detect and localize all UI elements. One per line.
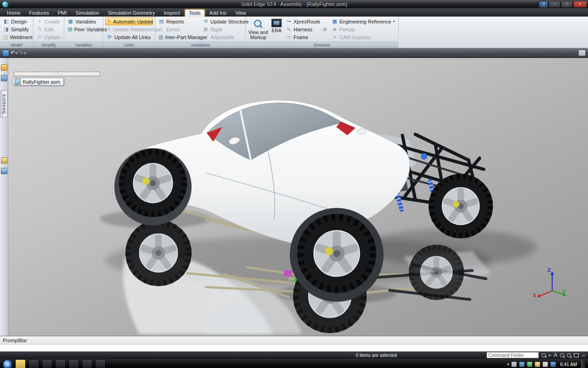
taskbar-app-icon[interactable] <box>68 359 79 368</box>
update-tray-icon[interactable] <box>535 362 540 367</box>
view-and-markup-button[interactable]: View and Markup <box>248 17 269 41</box>
tab-features[interactable]: Features <box>25 9 53 17</box>
show-hidden-icons-icon[interactable]: ▾ <box>507 362 509 367</box>
tab-simulation[interactable]: Simulation <box>71 9 103 17</box>
redo-button[interactable]: ↷ <box>19 50 23 56</box>
peer-variables-button[interactable]: ▤ Peer Variables <box>66 25 101 33</box>
variables-icon: ▦ <box>68 18 74 24</box>
selection-tools-icon[interactable] <box>1 168 7 174</box>
taskbar-app-icon[interactable] <box>55 359 66 368</box>
reports-label: Reports <box>166 19 184 24</box>
taskbar-app-icon[interactable] <box>95 359 106 368</box>
taskbar-app-icon[interactable] <box>28 359 39 368</box>
undo-button[interactable]: ↶ <box>11 50 15 56</box>
redo-caret-icon[interactable]: ▾ <box>24 51 26 55</box>
zoom-icon[interactable] <box>567 353 571 357</box>
tab-inspect[interactable]: Inspect <box>159 9 184 17</box>
network-icon[interactable] <box>519 362 525 367</box>
xpresroute-button[interactable]: ↪ XpresRoute <box>284 17 322 25</box>
update-structure-button[interactable]: ⟲ Update Structure <box>201 17 250 25</box>
command-finder-input[interactable] <box>486 352 539 358</box>
tab-pmi[interactable]: PMI <box>54 9 71 17</box>
system-menu-icon[interactable] <box>2 50 9 57</box>
design-label: Design <box>11 19 27 24</box>
rigid-button[interactable]: ▣ Rigid <box>201 25 250 33</box>
engineering-reference-icon: ▦ <box>332 18 338 24</box>
tab-view[interactable]: View <box>231 9 250 17</box>
weldment-button[interactable]: ◫ Weldment <box>2 33 31 41</box>
minimize-button[interactable]: – <box>548 1 560 8</box>
update-all-links-button[interactable]: ⟳ Update All Links <box>105 33 153 41</box>
frame-button[interactable]: ▱ Frame <box>284 33 322 41</box>
tab-tools[interactable]: Tools <box>185 9 205 17</box>
errors-button[interactable]: ⚠ Errors <box>157 25 201 33</box>
adjustable-button[interactable]: ↔ Adjustable <box>201 33 250 41</box>
3d-viewport[interactable]: ·········· RallyFighter.asm Z X Y <box>8 58 588 336</box>
close-button[interactable]: × <box>573 1 587 8</box>
inter-part-manager-icon: ▥ <box>158 34 163 40</box>
update-relationships-button[interactable]: ⟲ Update Relationships <box>105 25 153 33</box>
pathfinder-icon[interactable] <box>1 64 7 71</box>
undo-caret-icon[interactable]: ▾ <box>16 51 17 55</box>
tab-add-ins[interactable]: Add Ins <box>205 9 231 17</box>
create-button[interactable]: + Create <box>35 17 62 25</box>
refresh-environs-button[interactable]: ⟳ <box>322 26 330 34</box>
clock[interactable]: 6:41 AM <box>560 362 577 367</box>
parts-library-icon[interactable] <box>1 75 7 81</box>
text-scale-down-icon[interactable]: A <box>548 353 551 357</box>
reports-button[interactable]: ▤ Reports <box>157 17 201 25</box>
tray-icon[interactable] <box>511 362 517 367</box>
xpresroute-label: XpresRoute <box>294 19 320 24</box>
volume-icon[interactable] <box>543 362 548 367</box>
taskbar-app-icon[interactable] <box>82 359 92 368</box>
explorer-taskbar-icon[interactable] <box>15 359 26 368</box>
taskbar-app-icon[interactable] <box>42 359 52 368</box>
document-label-chip[interactable]: RallyFighter.asm <box>13 78 64 86</box>
simplify-label: Simplify <box>11 27 29 32</box>
engineering-reference-button[interactable]: ▦ Engineering Reference ▾ <box>330 17 396 25</box>
ribbon-group-label-simplify: Simplify <box>34 42 64 48</box>
zoom-area-icon[interactable] <box>560 353 564 357</box>
titlebar: Solid Edge ST4 - Assembly - [RallyFighte… <box>0 0 588 8</box>
tab-home[interactable]: Home <box>3 9 24 17</box>
edgebar-rail: Sensors <box>0 58 8 336</box>
help-button[interactable]: ? <box>539 1 548 8</box>
design-button[interactable]: ◧ Design <box>2 17 31 25</box>
cam-express-button[interactable]: ● CAM Express <box>330 33 396 41</box>
automatic-update-button[interactable]: ✎ Automatic Update <box>105 17 153 25</box>
harness-button[interactable]: ∿ Harness <box>284 25 322 33</box>
tray-icon[interactable] <box>550 362 556 367</box>
edit-button[interactable]: ✎ Edit <box>35 25 62 33</box>
edit-icon: ✎ <box>37 26 43 32</box>
sensors-tab[interactable]: Sensors <box>0 90 7 118</box>
ribbon-group-simplify: + Create ✎ Edit ⟳ Update Simplify <box>34 17 64 48</box>
ribbon-group-label-variables: Variables <box>64 42 103 48</box>
ribbon-group-assistants: ▤ Reports ⚠ Errors ▥ Inter-Part Manager … <box>155 17 246 48</box>
simplify-button[interactable]: ◨ Simplify <box>2 25 31 33</box>
era-button[interactable]: ERA <box>269 17 284 41</box>
status-tray-icon[interactable] <box>527 362 532 367</box>
text-scale-up-icon[interactable]: A <box>554 352 557 358</box>
start-button[interactable]: ⊞ <box>3 360 12 368</box>
maximize-button[interactable]: □ <box>561 1 573 8</box>
variables-button[interactable]: ▦ Variables <box>66 17 101 25</box>
femap-button[interactable]: ◆ Femap <box>330 25 396 33</box>
show-desktop-button[interactable] <box>581 360 585 368</box>
weldment-label: Weldment <box>10 34 32 40</box>
layers-icon[interactable] <box>1 157 7 164</box>
engineering-reference-label: Engineering Reference <box>339 19 391 24</box>
workspace: Sensors <box>0 58 588 336</box>
command-finder-search-icon[interactable] <box>542 353 546 357</box>
tab-simulation-geometry[interactable]: Simulation Geometry <box>104 9 159 17</box>
fit-view-icon[interactable] <box>574 353 579 357</box>
update-button[interactable]: ⟳ Update <box>35 33 62 41</box>
panel-toggle-button[interactable] <box>578 50 586 56</box>
peer-variables-icon: ▤ <box>68 26 72 32</box>
era-icon <box>271 19 282 27</box>
3d-model-rally-fighter[interactable] <box>8 58 588 336</box>
ribbon-group-label-environs: Environs <box>246 42 398 48</box>
selection-status: 0 items are selected <box>356 353 397 358</box>
collapsed-panel-grip[interactable]: ·········· <box>14 72 100 76</box>
pan-icon[interactable]: ▱ <box>582 353 585 358</box>
inter-part-manager-button[interactable]: ▥ Inter-Part Manager <box>157 33 201 41</box>
